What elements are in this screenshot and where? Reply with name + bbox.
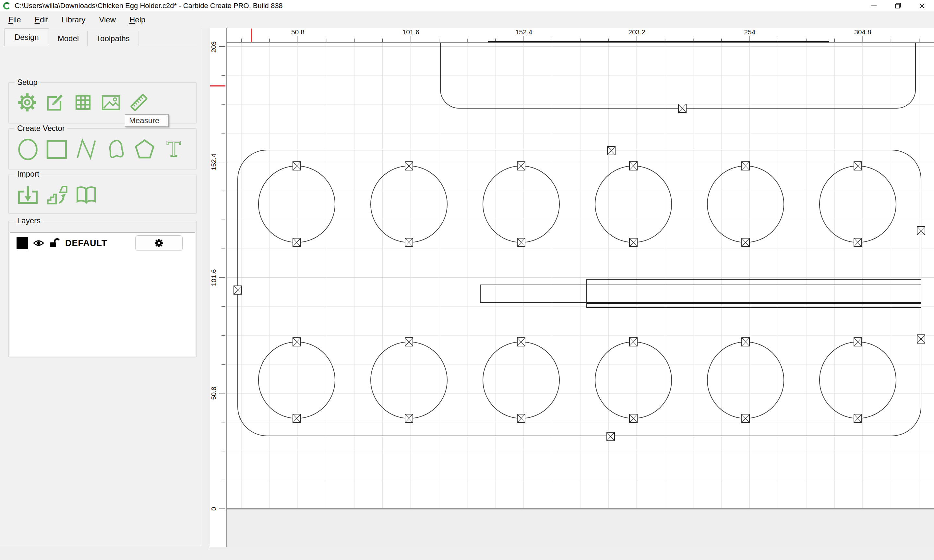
app-logo-icon — [3, 2, 11, 10]
svg-text:50.8: 50.8 — [291, 28, 305, 35]
menu-library[interactable]: Library — [56, 13, 91, 26]
trace-image-button[interactable] — [46, 183, 68, 206]
node-marker[interactable] — [629, 238, 637, 247]
node-marker[interactable] — [405, 162, 413, 170]
menu-file[interactable]: File — [3, 13, 26, 26]
measure-button[interactable] — [128, 92, 150, 113]
layer-row[interactable]: DEFAULT — [17, 235, 192, 251]
job-setup-button[interactable] — [17, 92, 38, 113]
node-marker[interactable] — [405, 238, 413, 247]
grid-settings-button[interactable] — [72, 92, 94, 113]
measure-tooltip: Measure — [125, 114, 169, 127]
node-marker[interactable] — [629, 414, 637, 423]
menu-edit[interactable]: Edit — [29, 13, 53, 26]
node-marker[interactable] — [405, 414, 413, 423]
curve-icon — [104, 138, 127, 160]
minimize-icon — [871, 2, 878, 9]
node-marker[interactable] — [517, 162, 525, 170]
node-marker[interactable] — [917, 335, 925, 343]
svg-text:101.6: 101.6 — [210, 269, 217, 286]
menu-bar: FileEditLibraryViewHelp — [0, 11, 934, 28]
svg-text:50.8: 50.8 — [210, 387, 217, 400]
node-marker[interactable] — [293, 338, 301, 346]
node-marker[interactable] — [678, 104, 686, 112]
job-setup-icon — [17, 92, 38, 113]
svg-text:152.4: 152.4 — [210, 154, 217, 171]
rectangle-icon — [46, 138, 68, 160]
node-marker[interactable] — [742, 338, 749, 346]
layer-settings-button[interactable] — [135, 235, 183, 251]
node-marker[interactable] — [917, 226, 925, 235]
node-marker[interactable] — [293, 238, 301, 247]
design-canvas[interactable] — [227, 43, 934, 548]
node-marker[interactable] — [293, 414, 301, 423]
node-marker[interactable] — [517, 238, 525, 247]
node-marker[interactable] — [854, 162, 862, 170]
tab-model[interactable]: Model — [49, 31, 88, 46]
text-icon: T — [162, 138, 185, 160]
close-button[interactable] — [910, 0, 934, 11]
tab-design[interactable]: Design — [5, 29, 49, 46]
layer-name: DEFAULT — [65, 238, 107, 248]
tab-toolpaths[interactable]: Toolpaths — [88, 31, 139, 46]
polygon-button[interactable] — [133, 138, 156, 160]
svg-text:203: 203 — [210, 41, 217, 52]
create-vector-group: Create Vector T — [8, 128, 197, 169]
node-marker[interactable] — [517, 338, 525, 346]
minimize-button[interactable] — [862, 0, 886, 11]
node-marker[interactable] — [854, 238, 862, 247]
node-marker[interactable] — [517, 414, 525, 423]
layer-lock-open-icon[interactable] — [49, 237, 60, 249]
edit-material-button[interactable] — [45, 92, 66, 113]
node-marker[interactable] — [854, 338, 862, 346]
node-marker[interactable] — [854, 414, 862, 423]
curve-button[interactable] — [104, 138, 127, 160]
shape-library-button[interactable] — [75, 183, 98, 206]
svg-text:304.8: 304.8 — [854, 28, 871, 35]
node-marker[interactable] — [607, 146, 615, 155]
restore-icon — [894, 2, 902, 9]
node-marker[interactable] — [293, 162, 301, 170]
menu-view[interactable]: View — [94, 13, 121, 26]
window-controls — [862, 0, 934, 11]
node-marker[interactable] — [629, 162, 637, 170]
selected-vector-top-edge[interactable] — [488, 41, 829, 43]
create-vector-tools: T — [13, 138, 188, 160]
circle-button[interactable] — [17, 138, 39, 160]
node-marker[interactable] — [234, 286, 242, 294]
setup-group-label: Setup — [15, 78, 40, 87]
node-marker[interactable] — [742, 414, 749, 423]
polyline-button[interactable] — [75, 138, 98, 160]
node-marker[interactable] — [629, 338, 637, 346]
svg-text:254: 254 — [744, 28, 755, 35]
svg-text:0: 0 — [210, 507, 217, 511]
measure-icon — [128, 92, 150, 113]
tab-bar: DesignModelToolpaths — [5, 30, 139, 46]
text-button[interactable]: T — [162, 138, 185, 160]
restore-button[interactable] — [886, 0, 910, 11]
close-icon — [919, 2, 926, 9]
menu-help[interactable]: Help — [124, 13, 151, 26]
node-marker[interactable] — [405, 338, 413, 346]
import-tools — [13, 183, 101, 206]
rectangle-button[interactable] — [46, 138, 68, 160]
layer-color-swatch[interactable] — [17, 237, 28, 249]
node-marker[interactable] — [607, 432, 615, 441]
left-ruler: 203152.4101.650.80 — [210, 28, 227, 548]
layer-gear-icon — [154, 238, 164, 248]
import-group-label: Import — [15, 169, 42, 178]
layer-visibility-eye-icon[interactable] — [33, 238, 45, 248]
layers-group-label: Layers — [15, 216, 43, 225]
layers-group: Layers DEFAULT — [8, 221, 197, 357]
edit-material-icon — [45, 92, 66, 113]
create-vector-group-label: Create Vector — [15, 124, 68, 133]
background-image-button[interactable] — [100, 92, 122, 113]
svg-text:203.2: 203.2 — [628, 28, 645, 35]
svg-text:101.6: 101.6 — [402, 28, 419, 35]
layers-list: DEFAULT — [10, 232, 195, 356]
polygon-icon — [133, 138, 156, 160]
import-file-icon — [17, 183, 39, 206]
node-marker[interactable] — [742, 162, 749, 170]
import-file-button[interactable] — [17, 183, 39, 206]
node-marker[interactable] — [742, 238, 749, 247]
